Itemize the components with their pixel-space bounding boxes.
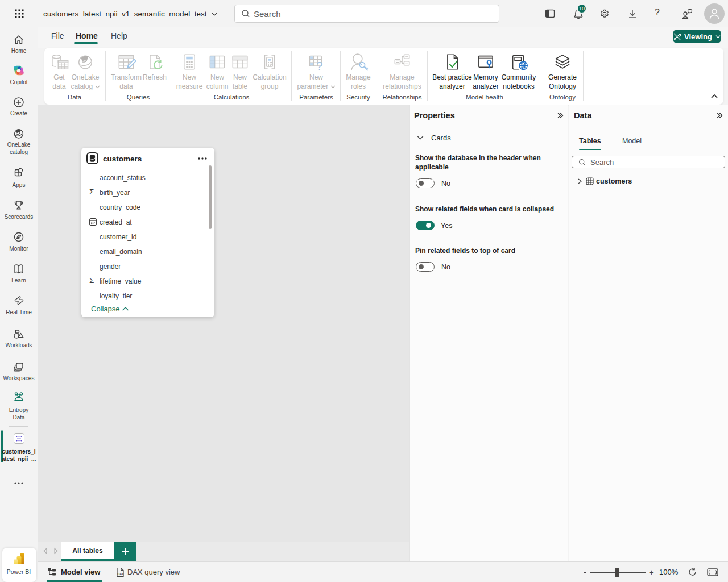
svg-text:?: ? bbox=[317, 60, 323, 72]
svg-text:DAX: DAX bbox=[117, 572, 124, 576]
